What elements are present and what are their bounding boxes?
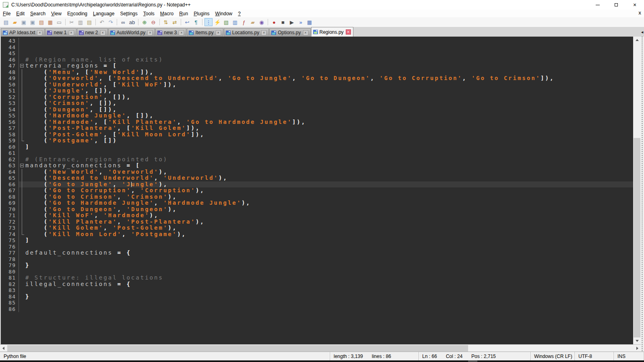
tab-new-1[interactable]: new 1× (45, 28, 76, 37)
menubar-close-icon[interactable]: x (638, 10, 641, 16)
code-line[interactable]: 56 ('Hardmode', ['Kill Plantera', 'Go to… (1, 119, 633, 125)
code-line[interactable]: 81# Structure: illegal locations (1, 275, 633, 281)
code-line[interactable]: 62# (Entrance, region pointed to) (1, 156, 633, 163)
file-monitoring-button[interactable]: ◉ (258, 18, 266, 26)
code-line[interactable]: 65 ('Descend to Underworld', 'Underworld… (1, 175, 633, 181)
code-line[interactable]: 76 (1, 244, 633, 250)
find-button[interactable]: ∞ (119, 18, 127, 26)
open-folder-button[interactable]: ▰ (11, 18, 19, 26)
tab-close-icon[interactable]: × (179, 30, 184, 35)
tab-close-icon[interactable]: × (303, 30, 308, 35)
code-line[interactable]: 60] (1, 144, 633, 150)
code-line[interactable]: 86 (1, 306, 633, 313)
code-line[interactable]: 47terraria_regions = [ (1, 63, 633, 69)
code-line[interactable]: 74 ('Kill Moon Lord', 'Postgame'), (1, 231, 633, 238)
save-button[interactable]: ▣ (20, 18, 28, 26)
tab-items-py[interactable]: Items.py× (187, 28, 223, 37)
document-list-button[interactable]: ▥ (231, 18, 239, 26)
code-line[interactable]: 52 ('Corruption', []), (1, 94, 633, 101)
menu-edit[interactable]: Edit (13, 10, 27, 17)
tab-locations-py[interactable]: Locations.py× (224, 28, 269, 37)
code-line[interactable]: 84} (1, 294, 633, 300)
horizontal-scrollbar[interactable] (0, 344, 641, 352)
save-recorded-macro-button[interactable]: ▦ (305, 18, 314, 26)
code-line[interactable]: 70 ('Go to Dungeon', 'Dungeon'), (1, 206, 633, 213)
code-line[interactable]: 51 ('Jungle', []), (1, 88, 633, 94)
tab-close-icon[interactable]: × (100, 30, 105, 35)
code-line[interactable]: 58 ('Post-Golem', ['Kill Moon Lord']), (1, 132, 633, 138)
minimize-button[interactable] (588, 0, 607, 10)
menu-view[interactable]: View (48, 10, 64, 17)
code-line[interactable]: 48 ('Menu', ['New World']), (1, 69, 633, 76)
code-line[interactable]: 50 ('Underworld', ['Kill WoF']), (1, 82, 633, 88)
code-line[interactable]: 43 (1, 38, 633, 44)
print-button[interactable]: ▭ (55, 18, 63, 26)
redo-button[interactable]: ↷ (107, 18, 115, 26)
show-indent-guide-button[interactable]: ⋮ (204, 18, 213, 26)
restore-button[interactable] (607, 0, 625, 10)
code-line[interactable]: 64 ('New World', 'Overworld'), (1, 169, 633, 175)
tab-autoworld-py[interactable]: AutoWorld.py× (108, 28, 155, 37)
code-line[interactable]: 78 (1, 256, 633, 263)
code-line[interactable]: 72 ('Kill Plantera', 'Post-Plantera'), (1, 219, 633, 225)
code-editor[interactable]: 43444546# (Region name, list of exits)47… (0, 37, 633, 344)
code-line[interactable]: 69 ('Go to Hardmode Jungle', 'Hardmode J… (1, 200, 633, 206)
fold-margin[interactable] (19, 162, 25, 169)
copy-button[interactable]: ▥ (76, 18, 85, 26)
menu-window[interactable]: Window (213, 10, 235, 17)
tab-close-icon[interactable]: × (216, 30, 221, 35)
status-insert-mode[interactable]: INS (614, 352, 644, 360)
code-line[interactable]: 75] (1, 237, 633, 244)
sync-vertical-scrolling-button[interactable]: ⇅ (162, 18, 170, 26)
menu-encoding[interactable]: Encoding (64, 10, 90, 17)
zoom-in-button[interactable]: ⊕ (140, 18, 149, 26)
code-line[interactable]: 55 ('Hardmode Jungle', []), (1, 113, 633, 119)
replace-button[interactable]: ab (128, 18, 136, 26)
code-line[interactable]: 73 ('Kill Golem', 'Post-Golem'), (1, 225, 633, 231)
tab-ap-ideas-txt[interactable]: AP Ideas.txt× (1, 28, 45, 37)
code-line[interactable]: 82illegal_connections = { (1, 281, 633, 288)
vertical-scrollbar-thumb[interactable] (634, 138, 640, 337)
code-line[interactable]: 80 (1, 269, 633, 275)
close-button[interactable]: × (625, 0, 644, 10)
code-line[interactable]: 71 ('Kill WoF', 'Hardmode'), (1, 212, 633, 219)
tab-new-2[interactable]: new 2× (77, 28, 108, 37)
close-all-documents-button[interactable]: ▦ (46, 18, 54, 26)
code-line[interactable]: 63mandatory_connections = [ (1, 162, 633, 169)
word-wrap-button[interactable]: ↩ (183, 18, 191, 26)
fold-collapse-icon[interactable] (20, 164, 24, 167)
code-line[interactable]: 67 ('Go to Corruption', 'Corruption'), (1, 187, 633, 194)
code-line[interactable]: 49 ('Overworld', ['Descend to Underworld… (1, 75, 633, 82)
undo-button[interactable]: ↶ (98, 18, 106, 26)
code-line[interactable]: 45 (1, 50, 633, 57)
code-line[interactable]: 61 (1, 150, 633, 156)
folder-as-workspace-button[interactable]: ▰ (249, 18, 257, 26)
tab-regions-py[interactable]: Regions.py× (311, 27, 353, 37)
playback-macro-button[interactable]: ▶ (288, 18, 296, 26)
save-all-button[interactable]: ▣ (29, 18, 37, 26)
menu-settings[interactable]: Settings (117, 10, 140, 17)
run-macro-multiple-times-button[interactable]: » (297, 18, 305, 26)
current-code-line[interactable]: 66 ('Go to Jungle', 'Jungle'), (1, 181, 633, 188)
record-macro-button[interactable]: ● (270, 18, 278, 26)
tab-close-icon[interactable]: × (261, 30, 266, 35)
menu-search[interactable]: Search (27, 10, 48, 17)
horizontal-scrollbar-thumb[interactable] (7, 345, 468, 352)
tab-close-icon[interactable]: × (147, 30, 153, 35)
tab-close-icon[interactable]: × (69, 30, 74, 35)
menu-macro[interactable]: Macro (157, 10, 176, 17)
code-line[interactable]: 83 (1, 287, 633, 294)
code-line[interactable]: 46# (Region name, list of exits) (1, 57, 633, 63)
define-your-language-button[interactable]: ⚡ (213, 18, 221, 26)
tab-close-icon[interactable]: × (346, 29, 351, 35)
tab-options-py[interactable]: Options.py× (269, 28, 310, 37)
scroll-up-icon[interactable] (633, 37, 641, 43)
scroll-right-icon[interactable] (634, 345, 641, 352)
scroll-down-icon[interactable] (633, 337, 641, 344)
menu-plugins[interactable]: Plugins (191, 10, 212, 17)
code-line[interactable]: 77default_connections = { (1, 250, 633, 256)
menu-language[interactable]: Language (90, 10, 117, 17)
code-line[interactable]: 85 (1, 300, 633, 306)
paste-button[interactable]: ▤ (85, 18, 93, 26)
fold-margin[interactable] (19, 63, 25, 69)
